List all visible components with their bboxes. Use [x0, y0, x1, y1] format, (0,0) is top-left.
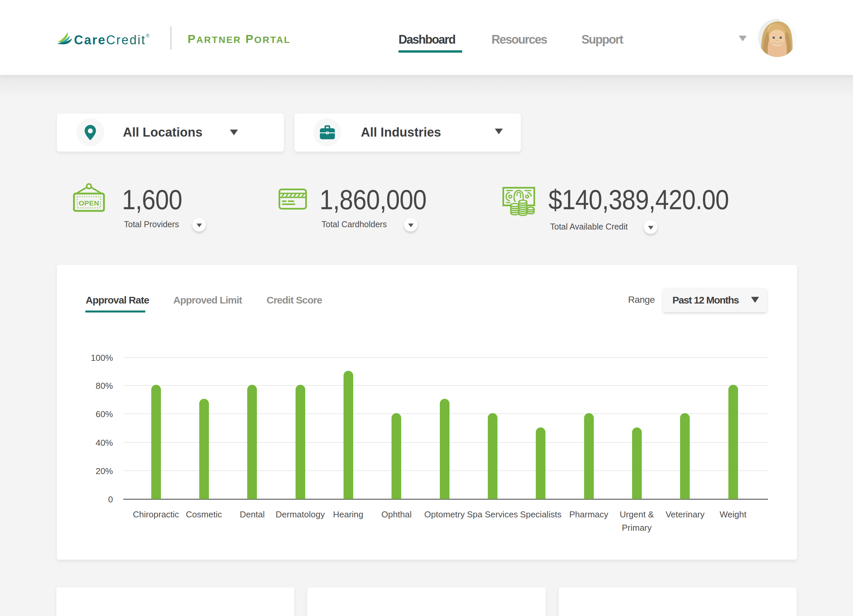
svg-text:OPEN: OPEN [79, 199, 99, 207]
